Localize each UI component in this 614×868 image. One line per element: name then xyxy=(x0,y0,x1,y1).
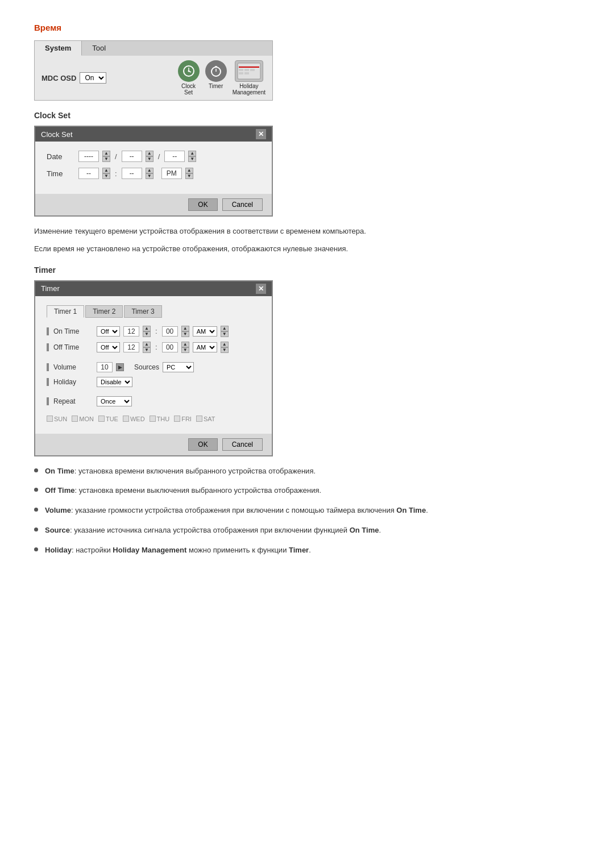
date-down3[interactable]: ▼ xyxy=(188,156,196,162)
time-down2[interactable]: ▼ xyxy=(146,173,154,179)
off-time-m-down[interactable]: ▼ xyxy=(181,347,189,353)
tab-system[interactable]: System xyxy=(35,41,82,56)
date-spin3[interactable]: ▲ ▼ xyxy=(188,151,196,162)
on-time-m-down[interactable]: ▼ xyxy=(181,331,189,337)
repeat-select[interactable]: Once Daily Weekly xyxy=(97,396,132,406)
off-time-h-up[interactable]: ▲ xyxy=(143,342,151,347)
date-down2[interactable]: ▼ xyxy=(146,156,154,162)
day-thu-check[interactable] xyxy=(150,416,156,422)
clock-set-icon-item[interactable]: ClockSet xyxy=(178,60,200,95)
section-title: Время xyxy=(34,23,580,32)
on-ampm-down[interactable]: ▼ xyxy=(221,331,229,337)
timer-label: Timer xyxy=(209,83,223,89)
day-sun-check[interactable] xyxy=(47,416,53,422)
ampm-down[interactable]: ▼ xyxy=(185,173,193,179)
timer-icon-item[interactable]: Timer xyxy=(205,60,227,95)
tab-tool[interactable]: Tool xyxy=(82,41,116,56)
date-up3[interactable]: ▲ xyxy=(188,151,196,156)
time-spin1[interactable]: ▲ ▼ xyxy=(102,168,110,179)
on-time-hour: 12 xyxy=(123,326,139,337)
day-mon-check[interactable] xyxy=(72,416,78,422)
on-time-min-spin[interactable]: ▲ ▼ xyxy=(181,326,189,337)
sources-select[interactable]: PC HDMI xyxy=(163,362,194,372)
date-down1[interactable]: ▼ xyxy=(102,156,110,162)
timer-icon xyxy=(205,60,227,82)
ampm-up[interactable]: ▲ xyxy=(185,168,193,173)
system-panel: System Tool MDC OSD On Off ClockSet xyxy=(34,40,273,101)
on-time-h-down[interactable]: ▼ xyxy=(143,331,151,337)
holiday-row: Holiday Disable Enable xyxy=(47,377,260,387)
on-time-min: 00 xyxy=(162,326,178,337)
holiday-select[interactable]: Disable Enable xyxy=(97,377,132,387)
on-time-h-up[interactable]: ▲ xyxy=(143,326,151,331)
volume-right-arrow[interactable]: ▶ xyxy=(116,363,124,371)
timer-dialog-close[interactable]: ✕ xyxy=(256,284,266,294)
time-spin2[interactable]: ▲ ▼ xyxy=(146,168,154,179)
holiday-icon-item[interactable]: HolidayManagement xyxy=(233,60,265,95)
off-time-min: 00 xyxy=(162,342,178,352)
clock-dialog-footer: OK Cancel xyxy=(35,194,272,215)
clock-icon xyxy=(178,60,200,82)
clock-cancel-button[interactable]: Cancel xyxy=(222,198,263,211)
system-tabs: System Tool xyxy=(35,41,272,56)
volume-value: 10 xyxy=(97,362,113,372)
off-ampm-down[interactable]: ▼ xyxy=(221,347,229,353)
on-time-ampm-spin[interactable]: ▲ ▼ xyxy=(221,326,229,337)
mdc-osd-label: MDC OSD xyxy=(42,74,76,82)
day-wed-check[interactable] xyxy=(123,416,129,422)
bullet-text-5: Holiday: настройки Holiday Management мо… xyxy=(45,545,311,556)
clock-ok-button[interactable]: OK xyxy=(188,198,217,211)
off-time-ampm-spin[interactable]: ▲ ▼ xyxy=(221,342,229,353)
on-time-hour-spin[interactable]: ▲ ▼ xyxy=(143,326,151,337)
time-up2[interactable]: ▲ xyxy=(146,168,154,173)
svg-point-3 xyxy=(188,70,189,72)
on-ampm-up[interactable]: ▲ xyxy=(221,326,229,331)
timer-tab-2[interactable]: Timer 2 xyxy=(85,305,123,318)
day-fri-check[interactable] xyxy=(174,416,180,422)
clock-set-label: ClockSet xyxy=(181,83,196,95)
svg-rect-10 xyxy=(239,69,243,71)
date-up1[interactable]: ▲ xyxy=(102,151,110,156)
day-sat-check[interactable] xyxy=(196,416,202,422)
off-time-h-down[interactable]: ▼ xyxy=(143,347,151,353)
date-spin2[interactable]: ▲ ▼ xyxy=(146,151,154,162)
holiday-management-label: HolidayManagement xyxy=(233,83,265,95)
off-time-ampm[interactable]: AM PM xyxy=(193,342,217,352)
on-time-m-up[interactable]: ▲ xyxy=(181,326,189,331)
off-time-m-up[interactable]: ▲ xyxy=(181,342,189,347)
colon1: : xyxy=(154,327,159,335)
day-sun: SUN xyxy=(47,416,67,422)
off-time-min-spin[interactable]: ▲ ▼ xyxy=(181,342,189,353)
on-time-bar xyxy=(47,327,49,335)
clock-dialog-close[interactable]: ✕ xyxy=(256,129,266,139)
time-row: Time -- ▲ ▼ : -- ▲ ▼ PM ▲ ▼ xyxy=(47,168,260,179)
timer-ok-button[interactable]: OK xyxy=(188,438,217,451)
time-ampm: PM xyxy=(161,168,182,179)
timer-tab-3[interactable]: Timer 3 xyxy=(124,305,161,318)
timer-title: Timer xyxy=(34,265,580,275)
date-up2[interactable]: ▲ xyxy=(146,151,154,156)
off-time-hour-spin[interactable]: ▲ ▼ xyxy=(143,342,151,353)
off-ampm-up[interactable]: ▲ xyxy=(221,342,229,347)
day-tue-check[interactable] xyxy=(98,416,105,422)
off-time-select[interactable]: Off On xyxy=(97,342,120,352)
date-val3: -- xyxy=(164,151,185,162)
date-spin1[interactable]: ▲ ▼ xyxy=(102,151,110,162)
mdc-osd-select[interactable]: On Off xyxy=(80,72,106,84)
on-time-label: On Time xyxy=(53,327,93,335)
day-wed: WED xyxy=(123,416,145,422)
svg-rect-11 xyxy=(244,69,249,71)
time-down1[interactable]: ▼ xyxy=(102,173,110,179)
bullet-holiday: Holiday: настройки Holiday Management мо… xyxy=(34,545,580,556)
on-time-select[interactable]: Off On xyxy=(97,326,120,337)
time-up1[interactable]: ▲ xyxy=(102,168,110,173)
timer-cancel-button[interactable]: Cancel xyxy=(222,438,263,451)
clock-dialog-title: Clock Set xyxy=(41,130,73,139)
bullet-dot-2 xyxy=(34,488,38,492)
off-time-label: Off Time xyxy=(53,343,93,351)
on-time-ampm[interactable]: AM PM xyxy=(193,326,217,337)
timer-tab-1[interactable]: Timer 1 xyxy=(47,305,84,318)
date-sep2: / xyxy=(157,152,161,161)
bullet-on-time: On Time: установка времени включения выб… xyxy=(34,466,580,477)
ampm-spin[interactable]: ▲ ▼ xyxy=(185,168,193,179)
